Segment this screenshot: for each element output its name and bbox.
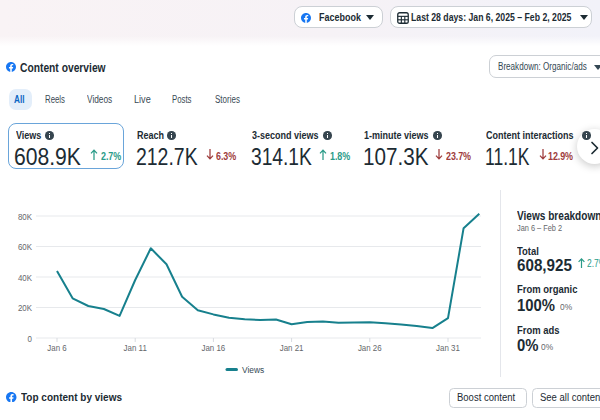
svg-text:Jan 26: Jan 26 — [358, 343, 382, 354]
svg-text:Jan 11: Jan 11 — [124, 343, 147, 354]
svg-text:Jan 6: Jan 6 — [47, 343, 67, 354]
svg-text:Jan 21: Jan 21 — [280, 343, 304, 354]
svg-text:40K: 40K — [18, 272, 32, 283]
svg-text:20K: 20K — [18, 303, 32, 314]
svg-text:60K: 60K — [18, 242, 32, 253]
svg-text:Jan 31: Jan 31 — [436, 343, 460, 354]
svg-text:80K: 80K — [18, 211, 32, 222]
svg-text:Views: Views — [242, 365, 265, 376]
svg-text:Jan 16: Jan 16 — [202, 343, 226, 354]
svg-text:0: 0 — [28, 333, 33, 344]
